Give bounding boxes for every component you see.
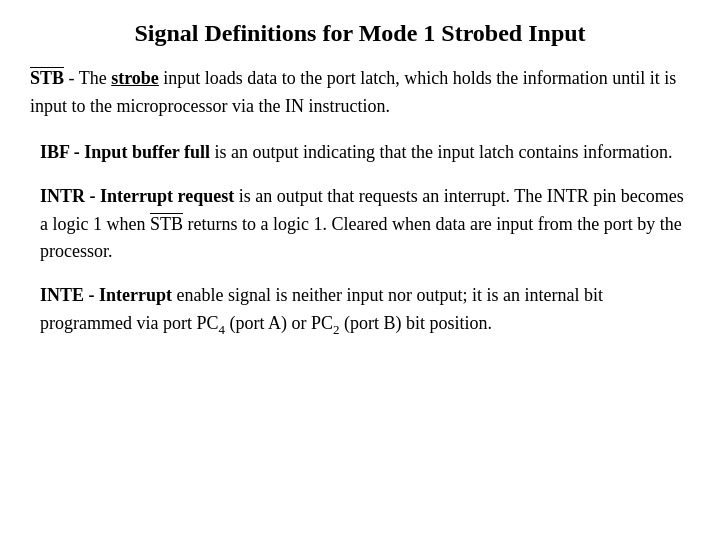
ibf-section: IBF - Input buffer full is an output ind… xyxy=(30,139,690,167)
intr-term: INTR - xyxy=(40,186,100,206)
pc4-sub: 4 xyxy=(218,322,224,337)
stb-strobe-word: strobe xyxy=(111,68,159,88)
page-container: Signal Definitions for Mode 1 Strobed In… xyxy=(0,0,720,540)
pc2-sub: 2 xyxy=(333,322,339,337)
ibf-description: is an output indicating that the input l… xyxy=(210,142,672,162)
stb-text-before: - The xyxy=(69,68,112,88)
inte-subtitle: Interrupt xyxy=(99,285,172,305)
inte-term: INTE - xyxy=(40,285,99,305)
ibf-subtitle: Input buffer full xyxy=(84,142,210,162)
stb-overline-ref: STB xyxy=(150,214,183,234)
intr-section: INTR - Interrupt request is an output th… xyxy=(30,183,690,267)
ibf-term: IBF - xyxy=(40,142,84,162)
intr-subtitle: Interrupt request xyxy=(100,186,234,206)
stb-section: STB - The strobe input loads data to the… xyxy=(30,65,690,121)
stb-term: STB xyxy=(30,68,64,88)
page-title: Signal Definitions for Mode 1 Strobed In… xyxy=(30,20,690,47)
inte-section: INTE - Interrupt enable signal is neithe… xyxy=(30,282,690,340)
